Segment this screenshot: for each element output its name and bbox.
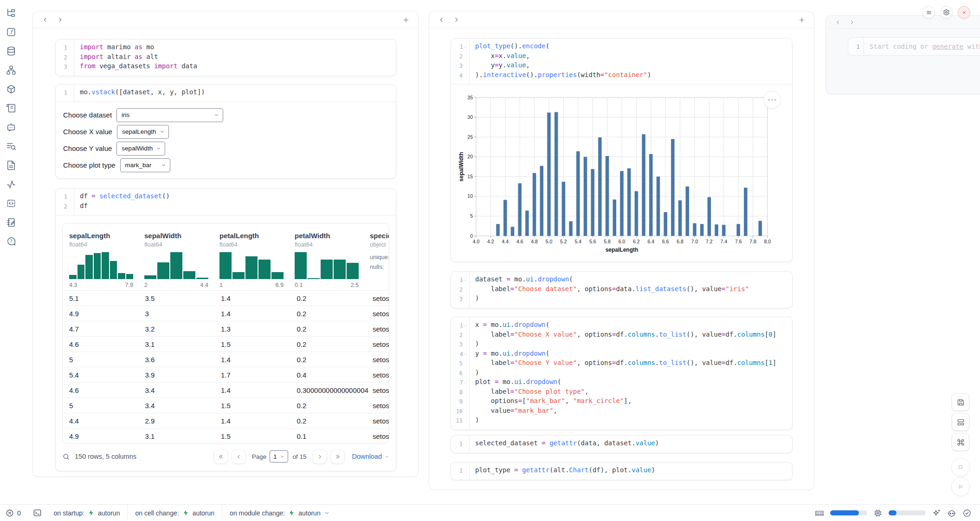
search-icon[interactable] [62, 453, 70, 461]
range-max: 4.4 [200, 282, 208, 290]
dropdown-choose-y-value[interactable]: sepalWidth [116, 142, 165, 156]
bot-button[interactable] [947, 508, 956, 518]
rail-item-code-dashed[interactable] [6, 198, 16, 210]
activity-rail: f? [0, 8, 22, 248]
cell-vstack[interactable]: 1mo.vstack([dataset, x, y, plot])Choose … [55, 84, 396, 179]
run-mode-2[interactable]: on module change:autorun [222, 505, 337, 521]
column-histogram[interactable] [69, 251, 133, 279]
rail-item-file-text[interactable] [6, 160, 16, 172]
rail-item-database[interactable] [6, 46, 16, 58]
cell-dataframe[interactable]: 12df = selected_dataset()dfsepalLengthfl… [55, 188, 396, 471]
code-editor[interactable]: 1selected_dataset = getattr(data, datase… [451, 436, 792, 453]
play-button[interactable] [951, 477, 970, 496]
run-mode-0[interactable]: on startup:autorun [46, 505, 128, 521]
control-label: Choose X value [63, 128, 112, 136]
rail-item-help-circle[interactable]: ? [6, 236, 16, 248]
sparkles-button[interactable] [932, 508, 941, 518]
cell-dataset[interactable]: 123dataset = mo.ui.dropdown( label="Choo… [451, 271, 793, 308]
code-editor[interactable]: 1plot_type = getattr(alt.Chart(df), plot… [451, 462, 792, 480]
panel-back-button[interactable] [435, 13, 448, 26]
column-histogram[interactable] [295, 251, 359, 279]
rail-item-workflow[interactable] [6, 65, 16, 77]
add-cell-button[interactable] [795, 13, 808, 26]
first-page-button[interactable] [214, 449, 228, 464]
table-row[interactable]: 4.63.11.50.2setosa [63, 336, 389, 352]
next-page-button[interactable] [313, 449, 327, 464]
scratchpad-forward-button[interactable] [845, 16, 858, 29]
cell-selected[interactable]: 1selected_dataset = getattr(data, datase… [451, 435, 793, 453]
dropdown-controls: Choose datasetirisChoose X valuesepalLen… [56, 102, 396, 178]
table-row[interactable]: 4.931.40.2setosa [63, 306, 389, 321]
chev-dbl-left-icon [218, 454, 224, 460]
dropdown-choose-dataset[interactable]: iris [116, 108, 223, 122]
code-editor[interactable]: 12df = selected_dataset()df [56, 189, 396, 215]
run-mode-1[interactable]: on cell change:autorun [128, 505, 222, 521]
panel-back-button[interactable] [39, 13, 52, 26]
dropdown-choose-plot-type[interactable]: mark_bar [120, 158, 170, 172]
column-histogram[interactable] [219, 251, 284, 279]
line-number-gutter: 1234567891011 [451, 317, 470, 430]
svg-text:8.0: 8.0 [764, 239, 771, 244]
memory-icon [815, 508, 824, 518]
dropdown-value: iris [122, 111, 129, 118]
column-histogram[interactable] [144, 251, 208, 279]
check-circle-button[interactable] [962, 508, 972, 518]
stop-button[interactable] [951, 458, 970, 476]
code-editor[interactable]: 1234plot_type().encode( x=x.value, y=y.v… [451, 39, 792, 84]
cell-imports[interactable]: 123import marimo as moimport altair as a… [55, 39, 396, 76]
code-editor[interactable]: 1234567891011x = mo.ui.dropdown( label="… [451, 317, 792, 430]
rail-item-scroll-text[interactable] [6, 103, 16, 115]
column-dtype: float64 [69, 241, 144, 251]
table-row[interactable]: 4.93.11.50.1setosa [63, 428, 389, 443]
close-button[interactable] [958, 6, 970, 19]
table-row[interactable]: 4.42.91.40.2setosa [63, 413, 389, 428]
settings-button[interactable] [940, 6, 953, 19]
rail-item-list-search[interactable] [6, 141, 16, 153]
rail-item-bot-message[interactable] [6, 122, 16, 134]
run-mode-value: autorun [98, 509, 120, 517]
rail-item-file-tree[interactable] [6, 8, 16, 20]
panel-forward-button[interactable] [53, 13, 66, 26]
layout-button[interactable] [952, 413, 969, 431]
table-column-header: petalWidthfloat640.12.5 [295, 232, 370, 290]
menu-button[interactable] [922, 6, 935, 19]
scratchpad-cell[interactable]: 1Start coding or generate with AI [848, 37, 980, 56]
line-number: 3 [451, 340, 469, 350]
table-row[interactable]: 4.63.41.40.30000000000000004setosa [63, 382, 389, 397]
command-button[interactable] [952, 433, 969, 451]
dropdown-choose-x-value[interactable]: sepalLength [117, 125, 169, 139]
scratchpad-back-button[interactable] [832, 16, 845, 29]
cell-xyplot[interactable]: 1234567891011x = mo.ui.dropdown( label="… [451, 317, 793, 430]
table-row[interactable]: 53.41.50.2setosa [63, 397, 389, 413]
code-line: df [80, 202, 396, 212]
line-number: 3 [451, 294, 469, 304]
svg-text:4.6: 4.6 [516, 239, 523, 244]
table-row[interactable]: 53.61.40.2setosa [63, 352, 389, 367]
cell-plot[interactable]: 1234plot_type().encode( x=x.value, y=y.v… [451, 38, 793, 262]
panel-forward-button[interactable] [450, 13, 463, 26]
chart-menu-button[interactable] [763, 91, 781, 109]
rail-item-package[interactable] [6, 84, 16, 96]
table-row[interactable]: 5.13.51.40.2setosa [63, 290, 389, 306]
table-row[interactable]: 4.73.21.30.2setosa [63, 321, 389, 336]
table-row[interactable]: 5.43.91.70.4setosa [63, 367, 389, 382]
code-editor[interactable]: 123dataset = mo.ui.dropdown( label="Choo… [451, 272, 792, 308]
code-editor[interactable]: 123import marimo as moimport altair as a… [56, 39, 396, 76]
column-name: petalWidth [295, 232, 370, 241]
rail-item-notebook-pen[interactable] [6, 217, 16, 229]
download-button[interactable]: Download [352, 453, 390, 460]
add-cell-button[interactable] [400, 13, 413, 26]
rail-item-function-square[interactable]: f [6, 27, 16, 39]
altair-bar-chart[interactable]: 4.04.24.44.64.85.05.25.45.65.86.06.26.46… [458, 86, 785, 259]
terminal-button[interactable] [28, 505, 46, 521]
page-number-select[interactable]: 1 [270, 450, 288, 462]
rail-item-activity[interactable] [6, 179, 16, 191]
code-editor[interactable]: 1mo.vstack([dataset, x, y, plot]) [56, 85, 396, 102]
cell-plottype[interactable]: 1plot_type = getattr(alt.Chart(df), plot… [451, 462, 793, 480]
line-number: 10 [451, 407, 469, 417]
last-page-button[interactable] [330, 449, 345, 464]
save-button[interactable] [952, 393, 969, 411]
notebook-column-left: 123import marimo as moimport altair as a… [32, 11, 419, 477]
prev-page-button[interactable] [232, 449, 246, 464]
error-count[interactable]: 0 [0, 505, 28, 521]
